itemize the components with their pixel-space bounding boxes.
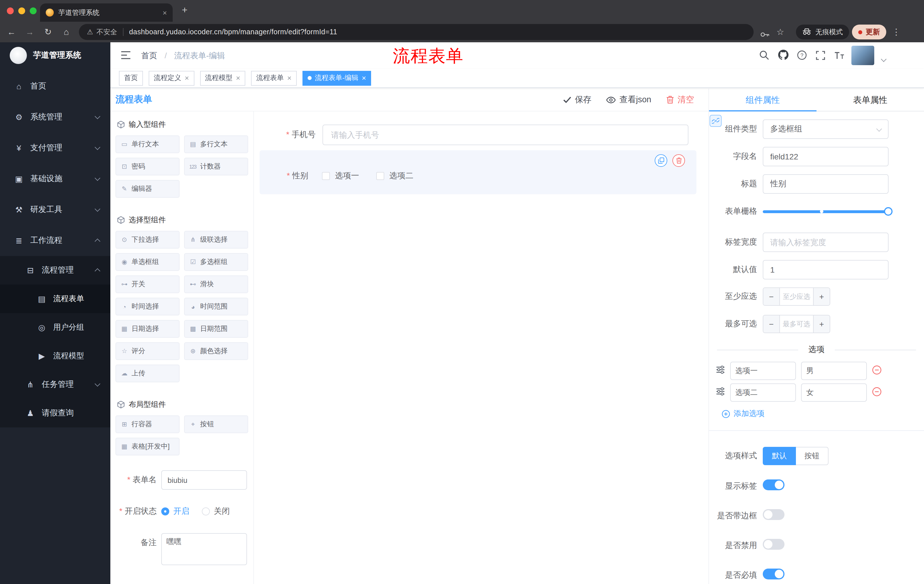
tab-component-properties[interactable]: 组件属性 xyxy=(709,89,817,111)
tag-close-icon[interactable]: × xyxy=(185,74,189,82)
sidebar-item-process-management[interactable]: ⊟ 流程管理 xyxy=(0,256,111,285)
form-remark-textarea[interactable]: 嘿嘿 xyxy=(161,533,247,565)
tag-close-icon[interactable]: × xyxy=(287,74,291,82)
option-style-button-button[interactable]: 按钮 xyxy=(796,447,828,465)
canvas-field-phone[interactable]: 手机号 xyxy=(260,125,688,145)
palette-item-single-line-text[interactable]: ▭单行文本 xyxy=(116,135,180,153)
stepper-plus-button[interactable]: + xyxy=(813,316,830,332)
remove-option-button[interactable] xyxy=(872,387,882,398)
palette-item-switch[interactable]: ⊶开关 xyxy=(116,275,180,293)
security-warning-icon[interactable]: ⚠ xyxy=(87,28,93,36)
sidebar-item-infrastructure[interactable]: ▣ 基础设施 xyxy=(0,163,111,194)
back-button[interactable]: ← xyxy=(5,26,18,38)
palette-item-password[interactable]: ⊡密码 xyxy=(116,158,180,175)
slider-rail[interactable] xyxy=(763,210,889,213)
new-tab-button[interactable]: + xyxy=(182,5,188,16)
clear-button[interactable]: 清空 xyxy=(666,94,694,105)
github-icon[interactable] xyxy=(778,50,789,62)
save-button[interactable]: 保存 xyxy=(563,94,592,105)
palette-item-date-range[interactable]: ▩日期范围 xyxy=(184,320,248,338)
sidebar-item-process-form[interactable]: ▤ 流程表单 xyxy=(0,285,111,313)
reload-button[interactable]: ↻ xyxy=(41,26,55,38)
sidebar-item-task-management[interactable]: ⋔ 任务管理 xyxy=(0,370,111,399)
option2-name-input[interactable] xyxy=(730,383,796,402)
palette-item-row-container[interactable]: ⊞行容器 xyxy=(116,415,180,433)
copy-field-button[interactable] xyxy=(655,154,667,167)
option-style-default-button[interactable]: 默认 xyxy=(763,447,796,465)
search-icon[interactable] xyxy=(759,50,769,62)
update-button[interactable]: 更新 xyxy=(852,25,886,39)
palette-item-date-picker[interactable]: ▦日期选择 xyxy=(116,320,180,338)
title-input[interactable] xyxy=(763,174,889,194)
status-off-radio[interactable]: 关闭 xyxy=(202,506,230,517)
browser-tab[interactable]: 芋道管理系统 × xyxy=(40,3,173,22)
slider-handle[interactable] xyxy=(884,207,893,216)
min-select-input[interactable] xyxy=(780,288,813,305)
sidebar-collapse-icon[interactable] xyxy=(120,51,131,62)
label-width-input[interactable] xyxy=(763,233,889,252)
palette-item-radio-group[interactable]: ◉单选框组 xyxy=(116,253,180,271)
palette-item-select[interactable]: ⊙下拉选择 xyxy=(116,231,180,248)
field-name-input[interactable] xyxy=(763,147,889,166)
gender-option2-checkbox[interactable]: 选项二 xyxy=(376,171,413,181)
sidebar-item-user-group[interactable]: ◎ 用户分组 xyxy=(0,313,111,342)
palette-item-time-range[interactable]: ◕时间范围 xyxy=(184,298,248,316)
palette-item-button[interactable]: ⌖按钮 xyxy=(184,415,248,433)
browser-menu-icon[interactable]: ⋮ xyxy=(892,27,901,37)
add-option-button[interactable]: 添加选项 xyxy=(722,409,924,419)
option1-name-input[interactable] xyxy=(730,362,796,380)
tag-process-form-edit[interactable]: 流程表单-编辑 × xyxy=(302,71,371,86)
max-select-input[interactable] xyxy=(780,316,813,332)
palette-item-multi-line-text[interactable]: ▤多行文本 xyxy=(184,135,248,153)
option2-value-input[interactable] xyxy=(801,383,867,402)
tab-form-properties[interactable]: 表单属性 xyxy=(817,89,924,111)
traffic-light-minimize[interactable] xyxy=(18,7,25,14)
required-switch[interactable] xyxy=(763,569,784,579)
gender-option1-checkbox[interactable]: 选项一 xyxy=(322,171,359,181)
bordered-switch[interactable] xyxy=(763,509,784,520)
font-size-icon[interactable] xyxy=(834,51,845,62)
palette-item-upload[interactable]: ☁上传 xyxy=(116,365,180,382)
stepper-plus-button[interactable]: + xyxy=(813,288,830,305)
forward-button[interactable]: → xyxy=(23,26,36,38)
bookmark-star-icon[interactable]: ☆ xyxy=(777,27,784,37)
help-icon[interactable]: ? xyxy=(797,50,807,62)
home-button[interactable]: ⌂ xyxy=(59,26,73,38)
sidebar-item-workflow[interactable]: ≣ 工作流程 xyxy=(0,225,111,256)
show-label-switch[interactable] xyxy=(763,479,784,490)
traffic-light-zoom[interactable] xyxy=(30,7,36,14)
traffic-light-close[interactable] xyxy=(7,7,14,14)
sidebar-item-leave-query[interactable]: ♟ 请假查询 xyxy=(0,399,111,428)
tab-close-icon[interactable]: × xyxy=(163,8,167,17)
palette-item-slider[interactable]: ⊷滑块 xyxy=(184,275,248,293)
component-type-select[interactable]: 多选框组 xyxy=(763,119,889,139)
disabled-switch[interactable] xyxy=(763,539,784,550)
password-key-icon[interactable] xyxy=(761,29,770,39)
tag-process-form[interactable]: 流程表单 × xyxy=(251,71,297,86)
sidebar-item-devtools[interactable]: ⚒ 研发工具 xyxy=(0,194,111,225)
default-value-input[interactable] xyxy=(763,260,889,280)
palette-item-checkbox-group[interactable]: ☑多选框组 xyxy=(184,253,248,271)
tag-home[interactable]: 首页 xyxy=(119,71,143,86)
tag-process-definition[interactable]: 流程定义 × xyxy=(148,71,194,86)
remove-option-button[interactable] xyxy=(872,365,882,377)
form-name-input[interactable] xyxy=(161,470,247,490)
palette-item-table[interactable]: ▦表格[开发中] xyxy=(116,438,180,456)
sidebar-item-system[interactable]: ⚙ 系统管理 xyxy=(0,102,111,133)
phone-input[interactable] xyxy=(322,125,688,145)
sidebar-item-process-model[interactable]: ▶ 流程模型 xyxy=(0,342,111,370)
view-json-button[interactable]: 查看json xyxy=(606,94,651,105)
delete-field-button[interactable] xyxy=(672,154,685,167)
breadcrumb-home[interactable]: 首页 xyxy=(141,51,157,60)
stepper-minus-button[interactable]: − xyxy=(763,316,780,332)
address-bar[interactable]: ⚠ 不安全 dashboard.yudao.iocoder.cn/bpm/man… xyxy=(79,24,754,40)
palette-item-rate[interactable]: ☆评分 xyxy=(116,342,180,360)
sidebar-item-payment[interactable]: ¥ 支付管理 xyxy=(0,133,111,163)
option1-value-input[interactable] xyxy=(801,362,867,380)
drag-handle-icon[interactable] xyxy=(716,366,725,376)
tag-process-model[interactable]: 流程模型 × xyxy=(200,71,245,86)
status-on-radio[interactable]: 开启 xyxy=(161,506,189,517)
tag-close-icon[interactable]: × xyxy=(362,74,366,82)
palette-item-counter[interactable]: 123计数器 xyxy=(184,158,248,175)
palette-item-color-picker[interactable]: ⊛颜色选择 xyxy=(184,342,248,360)
